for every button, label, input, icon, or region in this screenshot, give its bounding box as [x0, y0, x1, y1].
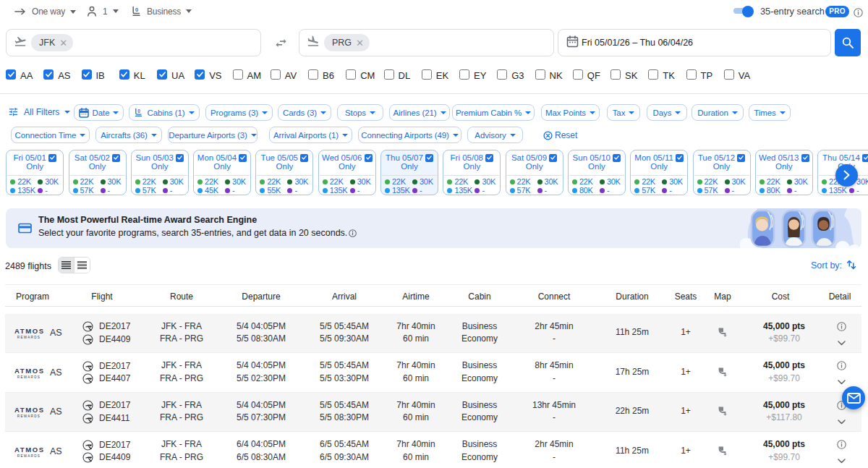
svg-text:0: 0: [135, 7, 138, 13]
svg-text:0: 0: [138, 109, 141, 114]
